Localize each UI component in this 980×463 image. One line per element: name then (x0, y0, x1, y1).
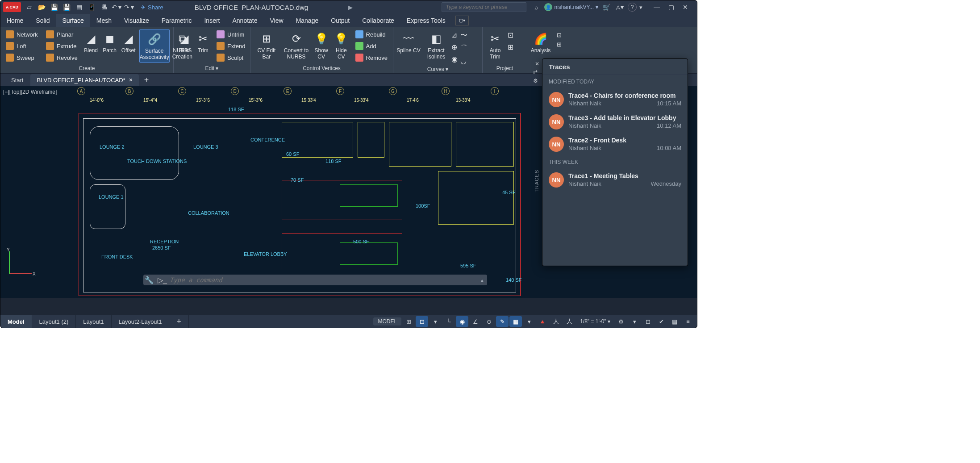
print-icon[interactable]: 🖶 (99, 2, 109, 13)
workspace-icon[interactable]: 🔺 (536, 316, 549, 327)
undo-icon[interactable]: ↶ ▾ (111, 2, 122, 13)
redo-icon[interactable]: ↷ ▾ (124, 2, 134, 13)
convert-nurbs-button[interactable]: ⟳Convert to NURBS (283, 29, 310, 62)
ribbon-overflow-icon-2[interactable]: ⊞ (557, 41, 562, 48)
menu-manage[interactable]: Manage (290, 14, 325, 27)
command-expand-icon[interactable]: ▴ (477, 277, 487, 283)
planar-button[interactable]: Planar (43, 29, 80, 40)
sculpt-button[interactable]: Sculpt (214, 52, 248, 63)
trim-button[interactable]: ✂Trim (195, 29, 211, 56)
curves-mini-icon-6[interactable]: ◡ (460, 57, 467, 65)
clean-icon[interactable]: ▤ (668, 316, 681, 327)
fillet-button[interactable]: ◢Fillet (176, 29, 192, 56)
traces-close-icon[interactable]: ✕ (533, 60, 541, 68)
proj-icon-1[interactable]: ⊡ (508, 31, 513, 39)
share-button[interactable]: ✈ Share (141, 4, 163, 11)
curves-mini-icon-4[interactable]: 〜 (460, 31, 467, 40)
units-icon[interactable]: ⊡ (642, 316, 654, 327)
rebuild-button[interactable]: Rebuild (353, 29, 390, 40)
menu-mesh[interactable]: Mesh (90, 14, 118, 27)
curves-mini-icon-2[interactable]: ⊕ (451, 43, 458, 51)
transparency-icon[interactable]: ▾ (523, 316, 535, 327)
search-icon[interactable]: ⌕ (531, 2, 542, 13)
menu-insert[interactable]: Insert (198, 14, 226, 27)
close-button[interactable]: ✕ (678, 0, 692, 14)
dyn-icon[interactable]: ✎ (496, 316, 509, 327)
untrim-button[interactable]: Untrim (214, 29, 248, 40)
trace-item[interactable]: NN Trace1 - Meeting Tables Nishant Naik … (542, 169, 688, 191)
ucs-icon[interactable]: X Y (5, 247, 36, 278)
patch-button[interactable]: ◼Patch (102, 29, 118, 56)
maximize-button[interactable]: ▢ (664, 0, 678, 14)
layout-tab-1[interactable]: Layout1 (2) (32, 315, 76, 328)
model-space-toggle[interactable]: MODEL (373, 317, 401, 325)
command-input[interactable] (170, 276, 477, 284)
ortho-icon[interactable]: └ (442, 316, 455, 327)
grid-icon[interactable]: ⊞ (402, 316, 415, 327)
scale-display[interactable]: 1/8" = 1'-0" ▾ (576, 318, 614, 325)
tab-add-button[interactable]: + (140, 74, 154, 86)
help-icon[interactable]: ? (628, 3, 637, 12)
menu-icon[interactable]: ≡ (682, 316, 694, 327)
scale-person-icon[interactable]: 人 (563, 316, 575, 327)
layout-tab-add[interactable]: + (169, 315, 189, 328)
layout-tab-2[interactable]: Layout1 (76, 315, 111, 328)
app-logo[interactable]: A CAD (3, 2, 21, 12)
offset-button[interactable]: ◢Offset (121, 29, 137, 56)
loft-button[interactable]: Loft (3, 41, 41, 51)
lwt-icon[interactable]: ▦ (509, 316, 522, 327)
menu-overflow-icon[interactable]: ▢▾ (455, 16, 469, 25)
surface-associativity-button[interactable]: 🔗Surface Associativity (139, 29, 170, 63)
layout-tab-model[interactable]: Model (0, 315, 32, 328)
open-web-icon[interactable]: ▤ (74, 2, 84, 13)
menu-home[interactable]: Home (0, 14, 29, 27)
curves-mini-icon-1[interactable]: ⊿ (451, 31, 458, 39)
menu-collaborate[interactable]: Collaborate (356, 14, 400, 27)
cveditbar-button[interactable]: ⊞CV Edit Bar (253, 29, 280, 62)
autotrim-button[interactable]: ✂Auto Trim (485, 29, 505, 62)
menu-express[interactable]: Express Tools (400, 14, 452, 27)
tab-start[interactable]: Start (5, 74, 29, 86)
analysis-button[interactable]: 🌈Analysis (530, 29, 551, 56)
traces-dock-icon[interactable]: ⇄ (533, 69, 538, 75)
saveas-icon[interactable]: 💾 (61, 2, 72, 13)
iso-icon[interactable]: ∠ (469, 316, 482, 327)
showcv-button[interactable]: 💡Show CV (313, 29, 330, 62)
user-menu[interactable]: 👤 nishant.naikVY...▾ (544, 3, 598, 11)
open-icon[interactable]: 📂 (36, 2, 47, 13)
trace-item[interactable]: NN Trace2 - Front Desk Nishant Naik 10:0… (542, 133, 688, 155)
polar-icon[interactable]: ◉ (456, 316, 468, 327)
layout-tab-3[interactable]: Layout2-Layout1 (112, 315, 170, 328)
snap-icon[interactable]: ⊡ (416, 316, 428, 327)
menu-output[interactable]: Output (325, 14, 356, 27)
revolve-button[interactable]: Revolve (43, 52, 80, 63)
gear-icon[interactable]: ⚙ (615, 316, 627, 327)
tab-close-icon[interactable]: × (129, 76, 133, 83)
search-box[interactable] (442, 2, 526, 12)
menu-solid[interactable]: Solid (29, 14, 56, 27)
menu-visualize[interactable]: Visualize (118, 14, 155, 27)
hidecv-button[interactable]: 💡Hide CV (333, 29, 350, 62)
trace-item[interactable]: NN Trace4 - Chairs for conference room N… (542, 88, 688, 111)
network-button[interactable]: Network (3, 29, 41, 40)
remove-button[interactable]: Remove (353, 52, 390, 63)
save-web-icon[interactable]: 📱 (86, 2, 97, 13)
tab-active-doc[interactable]: BLVD OFFICE_PLAN-AUTOCAD* × (30, 74, 138, 86)
search-input[interactable] (442, 2, 526, 12)
cart-icon[interactable]: 🛒 (601, 2, 612, 13)
save-icon[interactable]: 💾 (49, 2, 59, 13)
apps-icon[interactable]: ◬▾ (614, 2, 625, 13)
menu-surface[interactable]: Surface (56, 14, 90, 27)
person-icon[interactable]: 人 (550, 316, 562, 327)
add-button[interactable]: Add (353, 41, 390, 51)
blend-button[interactable]: ◢Blend (83, 29, 99, 56)
curves-mini-icon-5[interactable]: ⌒ (460, 44, 467, 53)
extrude-button[interactable]: Extrude (43, 41, 80, 51)
extend-button[interactable]: Extend (214, 41, 248, 51)
isolines-button[interactable]: ◧Extract Isolines (424, 29, 449, 62)
menu-parametric[interactable]: Parametric (155, 14, 198, 27)
plus-icon[interactable]: ▾ (628, 316, 641, 327)
trace-item[interactable]: NN Trace3 - Add table in Elevator Lobby … (542, 111, 688, 133)
ribbon-overflow-icon-1[interactable]: ⊡ (557, 32, 562, 38)
traces-settings-icon[interactable]: ⚙ (533, 78, 538, 84)
